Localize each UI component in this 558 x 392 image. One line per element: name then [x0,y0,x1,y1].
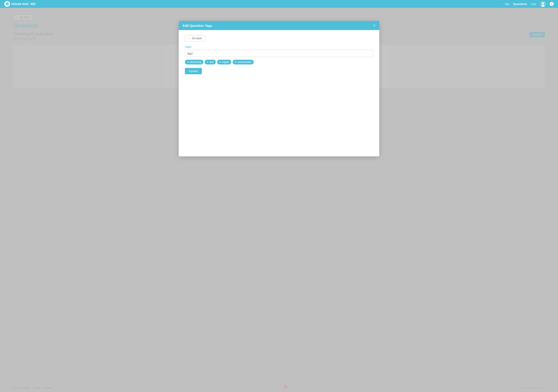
logo-icon: m [4,1,10,7]
tag-label-obs: obs [209,60,214,64]
update-button[interactable]: Update [185,68,202,74]
tag-chip-voicemeeter: × voicemeeter [233,60,254,64]
tag-chip-streaming: × streaming [185,60,203,64]
nav-ask[interactable]: Ask [505,2,509,6]
modal-title: Edit Question Tags [183,24,212,27]
go-back-button[interactable]: ← Go back [185,35,205,41]
edit-tags-modal: Edit Question Tags × ← Go back Tags: × s… [179,21,379,156]
tag-remove-voicemeeter[interactable]: × [235,61,236,63]
svg-point-3 [542,2,544,4]
brand: m minute tech beta [4,1,36,7]
avatar[interactable] [540,1,546,7]
arrow-left-icon: ← [188,37,191,40]
app-name: minute tech [11,2,28,6]
beta-badge: beta [30,3,36,5]
svg-text:m: m [6,3,8,5]
modal-overlay: Edit Question Tags × ← Go back Tags: × s… [0,8,558,392]
notification-badge[interactable]: 0 [550,2,554,6]
nav-link[interactable]: Link [531,2,536,6]
tag-label-elgato: elgato [222,60,229,64]
modal-close-button[interactable]: × [373,24,375,27]
go-back-label: Go back [192,37,202,40]
tag-label-streaming: streaming [190,60,201,64]
tag-label-voicemeeter: voicemeeter [237,60,252,64]
tags-row: × streaming × obs × elgato × voicemeeter [185,60,373,64]
nav-links: Ask Questions Link 0 [505,1,554,7]
tag-remove-obs[interactable]: × [207,61,208,63]
tags-label: Tags: [185,45,373,48]
tag-remove-elgato[interactable]: × [219,61,221,63]
tag-chip-obs: × obs [205,60,216,64]
nav-questions[interactable]: Questions [513,2,527,6]
tag-input[interactable] [185,50,373,57]
tag-chip-elgato: × elgato [217,60,231,64]
tag-remove-streaming[interactable]: × [187,61,189,63]
modal-header: Edit Question Tags × [179,21,379,30]
topnav: m minute tech beta Ask Questions Link 0 [0,0,558,8]
modal-body: ← Go back Tags: × streaming × obs × elga… [179,30,379,156]
